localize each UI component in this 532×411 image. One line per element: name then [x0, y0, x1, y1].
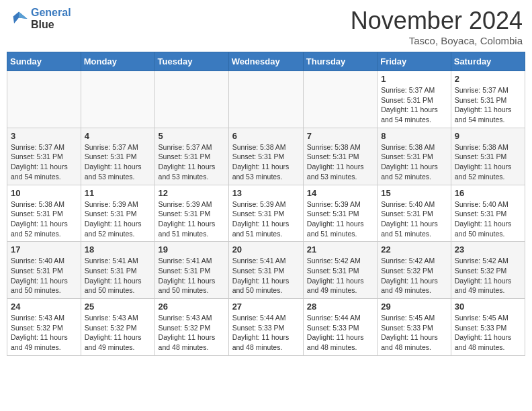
title-block: November 2024 Tasco, Boyaca, Colombia	[351, 7, 523, 46]
day-info: Sunrise: 5:39 AMSunset: 5:31 PMDaylight:…	[85, 199, 151, 239]
calendar-cell: 2Sunrise: 5:37 AMSunset: 5:31 PMDaylight…	[451, 71, 525, 128]
day-number: 10	[11, 188, 77, 198]
month-title: November 2024	[351, 7, 523, 35]
calendar-cell: 13Sunrise: 5:39 AMSunset: 5:31 PMDayligh…	[228, 185, 303, 242]
calendar-cell	[228, 71, 303, 128]
day-info: Sunrise: 5:39 AMSunset: 5:31 PMDaylight:…	[307, 199, 373, 239]
day-number: 16	[455, 188, 521, 198]
calendar-cell: 23Sunrise: 5:42 AMSunset: 5:32 PMDayligh…	[451, 242, 525, 299]
calendar-cell: 12Sunrise: 5:39 AMSunset: 5:31 PMDayligh…	[154, 185, 228, 242]
day-number: 9	[455, 131, 521, 141]
logo-text: General Blue	[31, 7, 71, 30]
day-info: Sunrise: 5:42 AMSunset: 5:31 PMDaylight:…	[307, 256, 373, 295]
day-info: Sunrise: 5:41 AMSunset: 5:31 PMDaylight:…	[85, 256, 151, 295]
calendar-cell: 21Sunrise: 5:42 AMSunset: 5:31 PMDayligh…	[303, 242, 377, 299]
calendar-cell: 24Sunrise: 5:43 AMSunset: 5:32 PMDayligh…	[7, 299, 81, 356]
day-number: 3	[11, 131, 77, 141]
calendar-cell: 25Sunrise: 5:43 AMSunset: 5:32 PMDayligh…	[81, 299, 154, 356]
calendar-cell: 28Sunrise: 5:44 AMSunset: 5:33 PMDayligh…	[303, 299, 377, 356]
calendar-cell	[303, 71, 377, 128]
day-info: Sunrise: 5:38 AMSunset: 5:31 PMDaylight:…	[232, 142, 300, 182]
weekday-header-thursday: Thursday	[303, 52, 377, 71]
calendar-cell: 9Sunrise: 5:38 AMSunset: 5:31 PMDaylight…	[451, 128, 525, 185]
day-number: 23	[455, 244, 521, 255]
calendar-cell: 29Sunrise: 5:45 AMSunset: 5:33 PMDayligh…	[378, 299, 451, 356]
day-info: Sunrise: 5:38 AMSunset: 5:31 PMDaylight:…	[307, 142, 373, 182]
calendar-cell: 6Sunrise: 5:38 AMSunset: 5:31 PMDaylight…	[228, 128, 303, 185]
calendar-week-2: 3Sunrise: 5:37 AMSunset: 5:31 PMDaylight…	[7, 128, 525, 185]
calendar-cell: 11Sunrise: 5:39 AMSunset: 5:31 PMDayligh…	[81, 185, 154, 242]
calendar-week-1: 1Sunrise: 5:37 AMSunset: 5:31 PMDaylight…	[7, 71, 525, 128]
calendar-cell: 19Sunrise: 5:41 AMSunset: 5:31 PMDayligh…	[154, 242, 228, 299]
calendar-table: SundayMondayTuesdayWednesdayThursdayFrid…	[7, 52, 525, 356]
day-info: Sunrise: 5:45 AMSunset: 5:33 PMDaylight:…	[381, 313, 447, 353]
day-info: Sunrise: 5:38 AMSunset: 5:31 PMDaylight:…	[11, 199, 77, 239]
calendar-cell	[154, 71, 228, 128]
day-number: 14	[307, 188, 373, 198]
location-subtitle: Tasco, Boyaca, Colombia	[351, 35, 523, 46]
day-number: 8	[381, 131, 447, 141]
calendar-cell	[81, 71, 154, 128]
calendar-cell: 1Sunrise: 5:37 AMSunset: 5:31 PMDaylight…	[378, 71, 451, 128]
day-info: Sunrise: 5:40 AMSunset: 5:31 PMDaylight:…	[455, 199, 521, 239]
day-info: Sunrise: 5:42 AMSunset: 5:32 PMDaylight:…	[381, 256, 447, 295]
logo: General Blue	[9, 7, 71, 30]
day-number: 18	[85, 244, 151, 255]
day-number: 4	[85, 131, 151, 141]
day-info: Sunrise: 5:43 AMSunset: 5:32 PMDaylight:…	[11, 313, 77, 353]
calendar-cell: 22Sunrise: 5:42 AMSunset: 5:32 PMDayligh…	[378, 242, 451, 299]
calendar-cell	[7, 71, 81, 128]
calendar-cell: 7Sunrise: 5:38 AMSunset: 5:31 PMDaylight…	[303, 128, 377, 185]
day-number: 7	[307, 131, 373, 141]
day-number: 17	[11, 244, 77, 255]
day-info: Sunrise: 5:43 AMSunset: 5:32 PMDaylight:…	[85, 313, 151, 353]
day-info: Sunrise: 5:41 AMSunset: 5:31 PMDaylight:…	[232, 256, 300, 295]
day-number: 26	[159, 302, 225, 312]
day-info: Sunrise: 5:45 AMSunset: 5:33 PMDaylight:…	[455, 313, 521, 353]
day-number: 24	[11, 302, 77, 312]
weekday-header-friday: Friday	[378, 52, 451, 71]
calendar-cell: 20Sunrise: 5:41 AMSunset: 5:31 PMDayligh…	[228, 242, 303, 299]
calendar-cell: 27Sunrise: 5:44 AMSunset: 5:33 PMDayligh…	[228, 299, 303, 356]
day-number: 28	[307, 302, 373, 312]
day-info: Sunrise: 5:42 AMSunset: 5:32 PMDaylight:…	[455, 256, 521, 295]
day-info: Sunrise: 5:40 AMSunset: 5:31 PMDaylight:…	[381, 199, 447, 239]
calendar-cell: 15Sunrise: 5:40 AMSunset: 5:31 PMDayligh…	[378, 185, 451, 242]
day-info: Sunrise: 5:37 AMSunset: 5:31 PMDaylight:…	[455, 85, 521, 125]
calendar-week-5: 24Sunrise: 5:43 AMSunset: 5:32 PMDayligh…	[7, 299, 525, 356]
weekday-header-row: SundayMondayTuesdayWednesdayThursdayFrid…	[7, 52, 525, 71]
calendar-cell: 17Sunrise: 5:40 AMSunset: 5:31 PMDayligh…	[7, 242, 81, 299]
calendar-cell: 14Sunrise: 5:39 AMSunset: 5:31 PMDayligh…	[303, 185, 377, 242]
day-info: Sunrise: 5:38 AMSunset: 5:31 PMDaylight:…	[381, 142, 447, 182]
day-info: Sunrise: 5:43 AMSunset: 5:32 PMDaylight:…	[159, 313, 225, 353]
logo-icon	[9, 9, 28, 28]
calendar-cell: 4Sunrise: 5:37 AMSunset: 5:31 PMDaylight…	[81, 128, 154, 185]
day-info: Sunrise: 5:37 AMSunset: 5:31 PMDaylight:…	[11, 142, 77, 182]
day-number: 29	[381, 302, 447, 312]
day-number: 5	[159, 131, 225, 141]
weekday-header-tuesday: Tuesday	[154, 52, 228, 71]
day-number: 21	[307, 244, 373, 255]
day-info: Sunrise: 5:44 AMSunset: 5:33 PMDaylight:…	[307, 313, 373, 353]
day-info: Sunrise: 5:39 AMSunset: 5:31 PMDaylight:…	[232, 199, 300, 239]
day-number: 27	[232, 302, 300, 312]
page-header: General Blue November 2024 Tasco, Boyaca…	[7, 7, 525, 46]
day-info: Sunrise: 5:37 AMSunset: 5:31 PMDaylight:…	[381, 85, 447, 125]
day-number: 20	[232, 244, 300, 255]
calendar-cell: 8Sunrise: 5:38 AMSunset: 5:31 PMDaylight…	[378, 128, 451, 185]
calendar-cell: 3Sunrise: 5:37 AMSunset: 5:31 PMDaylight…	[7, 128, 81, 185]
day-number: 25	[85, 302, 151, 312]
weekday-header-wednesday: Wednesday	[228, 52, 303, 71]
day-number: 2	[455, 74, 521, 84]
calendar-cell: 10Sunrise: 5:38 AMSunset: 5:31 PMDayligh…	[7, 185, 81, 242]
calendar-cell: 18Sunrise: 5:41 AMSunset: 5:31 PMDayligh…	[81, 242, 154, 299]
day-info: Sunrise: 5:40 AMSunset: 5:31 PMDaylight:…	[11, 256, 77, 295]
day-number: 30	[455, 302, 521, 312]
weekday-header-saturday: Saturday	[451, 52, 525, 71]
weekday-header-monday: Monday	[81, 52, 154, 71]
calendar-week-3: 10Sunrise: 5:38 AMSunset: 5:31 PMDayligh…	[7, 185, 525, 242]
day-number: 15	[381, 188, 447, 198]
calendar-cell: 16Sunrise: 5:40 AMSunset: 5:31 PMDayligh…	[451, 185, 525, 242]
day-number: 11	[85, 188, 151, 198]
day-info: Sunrise: 5:37 AMSunset: 5:31 PMDaylight:…	[85, 142, 151, 182]
